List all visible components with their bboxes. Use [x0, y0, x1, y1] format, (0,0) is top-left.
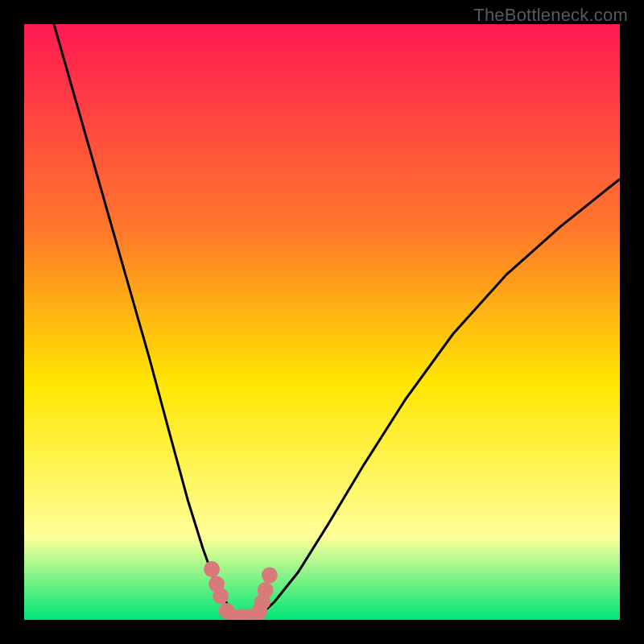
chart-svg [24, 24, 620, 620]
chart-frame: TheBottleneck.com [0, 0, 644, 644]
plot-area [24, 24, 620, 620]
marker-point [213, 588, 229, 604]
watermark-text: TheBottleneck.com [473, 5, 628, 26]
gradient-background [24, 24, 620, 620]
marker-point [262, 568, 278, 584]
marker-point [204, 561, 220, 577]
marker-point [258, 582, 274, 598]
